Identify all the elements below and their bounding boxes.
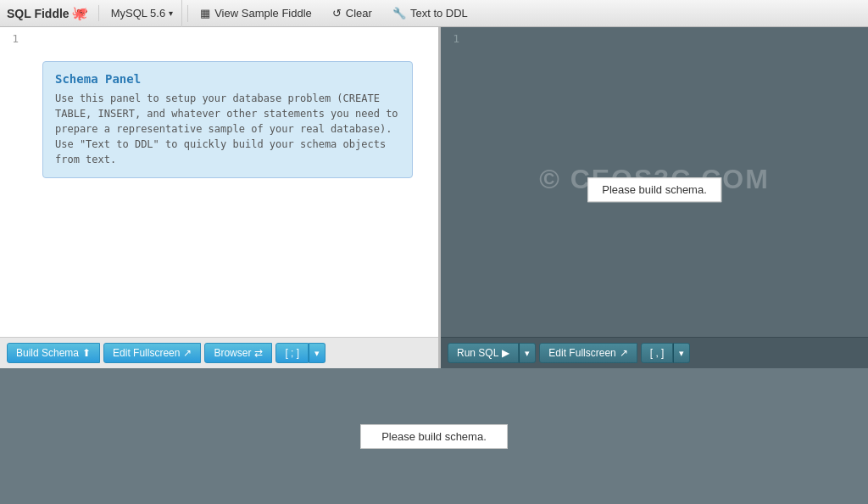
schema-tooltip-title: Schema Panel [55,72,400,86]
schema-format-group: [ ; ] ▾ [275,343,326,363]
edit-fullscreen-schema-button[interactable]: Edit Fullscreen ↗ [103,343,201,363]
table-icon: ▦ [200,7,210,20]
play-icon: ▶ [502,347,509,359]
schema-line-numbers: 1 [0,32,24,45]
schema-format-label: [ ; ] [285,347,299,359]
browser-icon: ⇄ [254,347,263,359]
browser-group: Browser ⇄ [204,343,272,363]
refresh-icon: ↺ [332,7,342,20]
edit-fullscreen-query-group: Edit Fullscreen ↗ [539,343,637,363]
schema-format-button[interactable]: [ ; ] [275,343,309,363]
query-format-button[interactable]: [ , ] [641,343,674,363]
expand-query-icon: ↗ [620,347,628,359]
expand-icon: ↗ [183,347,192,359]
schema-panel: 1 Schema Panel Use this panel to setup y… [0,27,441,368]
chevron-down-icon: ▾ [169,8,173,18]
logo-icon: 🐙 [71,5,88,21]
logo-area: SQL Fiddle 🐙 [7,5,99,21]
view-sample-button[interactable]: ▦ View Sample Fiddle [190,0,322,27]
clear-button[interactable]: ↺ Clear [322,0,382,27]
db-selector[interactable]: MySQL 5.6 ▾ [103,0,183,27]
nav-divider-1 [187,5,188,22]
main-area: 1 Schema Panel Use this panel to setup y… [0,27,868,368]
query-format-label: [ , ] [650,347,665,359]
logo-text: SQL Fiddle [7,7,70,20]
navbar: SQL Fiddle 🐙 MySQL 5.6 ▾ ▦ View Sample F… [0,0,868,27]
browser-label: Browser [214,347,251,359]
wrench-icon: 🔧 [392,7,406,20]
text-to-ddl-button[interactable]: 🔧 Text to DDL [382,0,478,27]
edit-fullscreen-schema-label: Edit Fullscreen [113,347,180,359]
query-toolbar: Run SQL ▶ ▾ Edit Fullscreen ↗ [ , ] ▾ [441,337,868,368]
run-sql-dropdown[interactable]: ▾ [519,343,536,363]
query-format-dropdown[interactable]: ▾ [673,343,690,363]
build-schema-button[interactable]: Build Schema ⬆ [7,343,100,363]
results-build-msg: Please build schema. [360,424,508,449]
please-build-schema-msg: Please build schema. [587,177,721,202]
schema-tooltip-body: Use this panel to setup your database pr… [55,91,400,167]
browser-button[interactable]: Browser ⇄ [204,343,272,363]
query-line-numbers: 1 [441,32,465,45]
build-schema-label: Build Schema [16,347,79,359]
edit-fullscreen-query-label: Edit Fullscreen [548,347,615,359]
schema-format-dropdown[interactable]: ▾ [309,343,326,363]
edit-fullscreen-schema-group: Edit Fullscreen ↗ [103,343,201,363]
schema-toolbar: Build Schema ⬆ Edit Fullscreen ↗ Browser… [0,337,438,368]
schema-editor[interactable]: 1 Schema Panel Use this panel to setup y… [0,27,438,337]
run-sql-label: Run SQL [457,347,498,359]
results-panel: Please build schema. [0,368,868,504]
upload-icon: ⬆ [82,347,91,359]
db-label: MySQL 5.6 [111,7,166,20]
query-panel: 1 © CEOS3C.COM Please build schema. Run … [441,27,868,368]
run-sql-group: Run SQL ▶ ▾ [448,343,536,363]
edit-fullscreen-query-button[interactable]: Edit Fullscreen ↗ [539,343,637,363]
run-sql-button[interactable]: Run SQL ▶ [448,343,519,363]
build-schema-group: Build Schema ⬆ [7,343,100,363]
schema-tooltip: Schema Panel Use this panel to setup you… [42,61,413,178]
query-editor[interactable]: 1 © CEOS3C.COM Please build schema. [441,27,868,337]
query-format-group: [ , ] ▾ [641,343,691,363]
